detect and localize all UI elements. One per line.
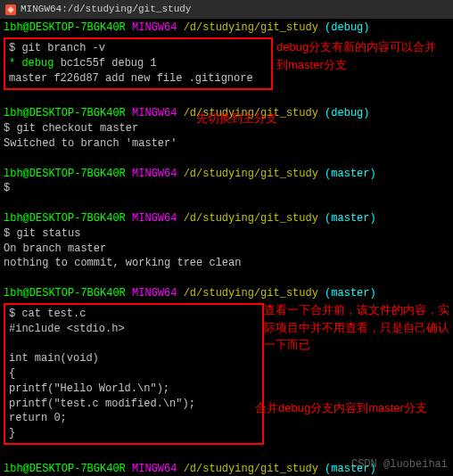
output-line: On branch master: [4, 242, 449, 257]
prompt-line: lbh@DESKTOP-7BGK40R MINGW64 /d/studying/…: [4, 21, 449, 36]
output-line: return 0;: [9, 411, 259, 426]
terminal-body[interactable]: lbh@DESKTOP-7BGK40R MINGW64 /d/studying/…: [0, 19, 453, 476]
annotation-4: 合并debug分支内容到master分支: [255, 399, 442, 417]
cmd-empty: $: [4, 181, 449, 196]
output-line: nothing to commit, working tree clean: [4, 256, 449, 271]
prompt-line: lbh@DESKTOP-7BGK40R MINGW64 /d/studying/…: [4, 211, 449, 226]
output-line: master f226d87 add new file .gitignore: [9, 71, 268, 86]
output-line: printf("Hello World.\n");: [9, 382, 259, 397]
output-line: #include <stdio.h>: [9, 322, 259, 337]
cmd-cat: $ cat test.c: [9, 307, 259, 322]
cmd-git-status: $ git status: [4, 226, 449, 242]
git-branch-box: $ git branch -v * debug bc1c55f debug 1 …: [4, 37, 273, 89]
cmd-git-branch: $ git branch -v: [9, 41, 268, 56]
cat-testc-box: $ cat test.c #include <stdio.h> int main…: [4, 303, 264, 445]
output-line: }: [9, 426, 259, 441]
output-line: int main(void): [9, 351, 259, 366]
git-icon: [5, 4, 16, 15]
annotation-3: 查看一下合并前，该文件的内容，实际项目中并不用查看，只是自己确认一下而已: [264, 301, 451, 354]
output-line: Switched to branch 'master': [4, 136, 449, 152]
prompt-line: lbh@DESKTOP-7BGK40R MINGW64 /d/studying/…: [4, 106, 449, 121]
output-line: * debug bc1c55f debug 1: [9, 56, 268, 71]
watermark: CSDN @luobeihai: [351, 457, 448, 472]
prompt-line: lbh@DESKTOP-7BGK40R MINGW64 /d/studying/…: [4, 167, 449, 182]
annotation-1: debug分支有新的内容可以合并到master分支: [276, 38, 446, 73]
output-line: printf("test.c modified.\n");: [9, 397, 259, 412]
prompt-line: lbh@DESKTOP-7BGK40R MINGW64 /d/studying/…: [4, 286, 449, 301]
titlebar-text: MINGW64:/d/studying/git_study: [21, 3, 191, 16]
window-titlebar: MINGW64:/d/studying/git_study: [0, 0, 453, 19]
cmd-git-checkout: $ git checkout master: [4, 121, 449, 136]
output-line: [9, 336, 259, 351]
output-line: {: [9, 366, 259, 382]
